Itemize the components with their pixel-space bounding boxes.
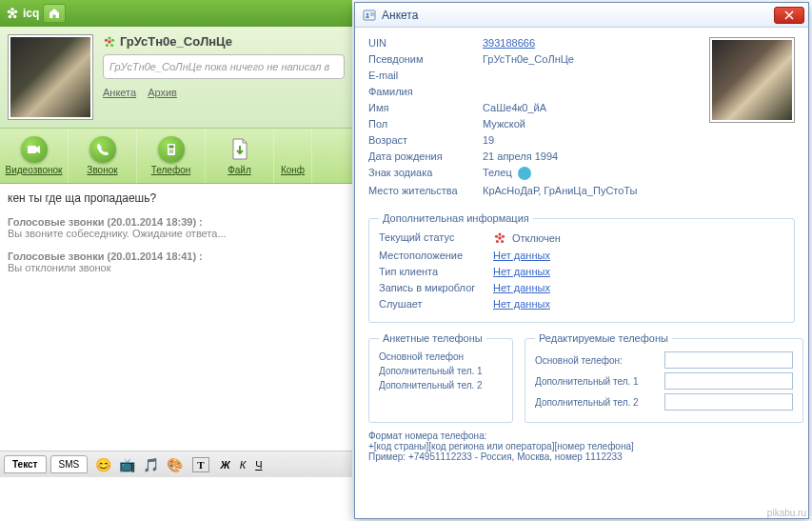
profile-avatar[interactable] [709, 37, 795, 123]
profile-link[interactable]: Анкета [103, 87, 136, 98]
phone-format-hint: Формат номера телефона: +[код страны][ко… [368, 431, 795, 462]
input-toolbar: Текст SMS 😊 📺 🎵 🎨 T Ж К Ч [0, 451, 352, 477]
svg-point-18 [168, 151, 169, 152]
handset-icon [96, 143, 109, 156]
microblog-link[interactable]: Нет данных [493, 282, 550, 293]
sms-tab[interactable]: SMS [50, 455, 89, 473]
svg-rect-12 [28, 146, 36, 153]
archive-link[interactable]: Архив [148, 87, 177, 98]
svg-point-9 [110, 43, 113, 46]
italic-button[interactable]: К [240, 459, 246, 471]
close-button[interactable] [774, 7, 804, 24]
bold-button[interactable]: Ж [221, 459, 230, 471]
font-button[interactable]: T [192, 457, 208, 472]
profile-dialog: Анкета UIN393188666 ПсевдонимГрУсТн0е_Со… [354, 2, 809, 519]
contact-avatar[interactable] [8, 34, 93, 120]
svg-point-2 [14, 10, 18, 14]
call-log-entry: Голосовые звонки (20.01.2014 18:41) : Вы… [8, 250, 345, 273]
svg-point-19 [170, 151, 171, 152]
text-tab[interactable]: Текст [4, 455, 47, 473]
profile-card-icon [363, 9, 376, 22]
phone-button[interactable]: Телефон [137, 129, 206, 183]
svg-point-17 [171, 150, 172, 150]
firstname-value: СаШе4к0_йА [483, 102, 546, 113]
underline-button[interactable]: Ч [255, 459, 262, 471]
listens-link[interactable]: Нет данных [493, 298, 550, 310]
extra-location-link[interactable]: Нет данных [493, 250, 550, 261]
status-flower-icon [103, 35, 116, 49]
video-icon [28, 145, 41, 154]
svg-point-4 [9, 15, 12, 19]
tv-icon[interactable]: 📺 [119, 457, 135, 472]
gender-value: Мужской [483, 118, 525, 130]
app-title: icq [23, 7, 39, 20]
svg-point-5 [8, 10, 11, 14]
svg-point-0 [10, 11, 14, 15]
svg-point-15 [168, 150, 169, 150]
add-phone-2-input[interactable] [664, 393, 793, 411]
dialog-titlebar: Анкета [355, 3, 808, 28]
emoji-button[interactable]: 😊 [95, 457, 111, 472]
svg-point-22 [366, 12, 369, 15]
svg-point-8 [111, 38, 114, 41]
svg-point-26 [498, 233, 501, 236]
music-icon[interactable]: 🎵 [143, 457, 159, 472]
watermark: pikabu.ru [767, 508, 806, 518]
birthdate-value: 21 апреля 1994 [483, 150, 558, 162]
editable-phones-group: Редактируемые телефоны Основной телефон:… [525, 332, 803, 423]
svg-point-27 [502, 235, 505, 238]
nickname-value: ГрУсТн0е_СоЛнЦе [483, 53, 574, 65]
chat-window: icq ГрУсТн0е_СоЛнЦе ГрУсТн0е_СоЛнЦе пока… [0, 0, 352, 521]
message-text: кен ты где ща пропадаешь? [8, 191, 345, 205]
svg-point-11 [105, 38, 108, 41]
contact-name-text: ГрУсТн0е_СоЛнЦе [120, 34, 232, 49]
file-button[interactable]: Файл [206, 129, 274, 183]
video-call-button[interactable]: Видеозвонок [0, 129, 69, 183]
profile-phones-group: Анкетные телефоны Основной телефон Допол… [368, 332, 513, 423]
client-type-link[interactable]: Нет данных [493, 266, 550, 277]
palette-icon[interactable]: 🎨 [167, 457, 183, 472]
svg-rect-14 [168, 146, 173, 149]
svg-point-28 [501, 240, 504, 243]
chat-messages: кен ты где ща пропадаешь? Голосовые звон… [0, 184, 352, 451]
icq-flower-icon [6, 7, 19, 20]
dialog-body: UIN393188666 ПсевдонимГрУсТн0е_СоЛнЦе E-… [355, 28, 808, 471]
call-log-entry: Голосовые звонки (20.01.2014 18:39) : Вы… [8, 216, 345, 239]
status-value: Отключен [493, 231, 561, 245]
svg-point-3 [13, 15, 17, 19]
svg-point-20 [171, 151, 172, 152]
titlebar: icq [0, 0, 352, 27]
contact-info: ГрУсТн0е_СоЛнЦе ГрУсТн0е_СоЛнЦе пока нич… [103, 34, 345, 120]
svg-point-16 [170, 150, 171, 150]
extra-info-group: Дополнительная информация Текущий статус… [368, 212, 795, 323]
main-phone-input[interactable] [664, 351, 793, 369]
svg-point-1 [10, 8, 14, 11]
svg-point-6 [108, 40, 111, 44]
call-button[interactable]: Звонок [69, 129, 137, 183]
svg-point-7 [108, 36, 110, 39]
dialpad-icon [165, 143, 178, 156]
status-message[interactable]: ГрУсТн0е_СоЛнЦе пока ничего не написал в [103, 54, 345, 79]
file-icon [230, 138, 249, 161]
action-toolbar: Видеозвонок Звонок Телефон Файл Конф [0, 129, 352, 184]
home-button[interactable] [43, 4, 66, 23]
chat-header: ГрУсТн0е_СоЛнЦе ГрУсТн0е_СоЛнЦе пока нич… [0, 27, 352, 129]
home-icon [49, 8, 60, 19]
conference-button[interactable]: Конф [274, 129, 312, 183]
age-value: 19 [483, 134, 494, 146]
svg-point-10 [106, 43, 109, 46]
location-value: КрАсНоДаР, ГрАниЦа_ПуСтоТы [483, 185, 638, 196]
profile-fields: UIN393188666 ПсевдонимГрУсТн0е_СоЛнЦе E-… [368, 37, 690, 201]
dialog-title: Анкета [382, 9, 418, 22]
uin-link[interactable]: 393188666 [483, 37, 535, 49]
svg-point-29 [496, 240, 499, 243]
add-phone-1-input[interactable] [664, 372, 793, 390]
svg-point-30 [495, 235, 498, 238]
taurus-icon [518, 167, 531, 180]
close-icon [784, 10, 794, 20]
zodiac-link[interactable]: Телец [483, 167, 512, 178]
svg-point-25 [498, 236, 502, 240]
contact-name: ГрУсТн0е_СоЛнЦе [103, 34, 345, 49]
offline-flower-icon [493, 231, 506, 245]
